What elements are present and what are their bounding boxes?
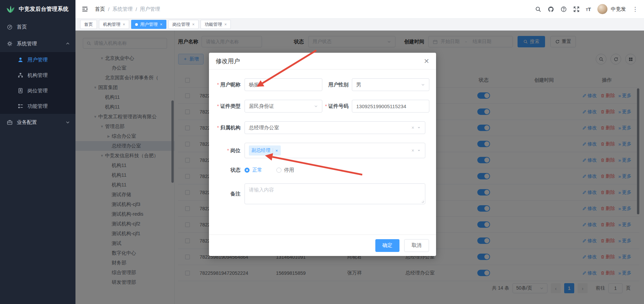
status-label: 状态 bbox=[216, 167, 245, 173]
tab-用户管理[interactable]: 用户管理× bbox=[131, 20, 166, 29]
sidebar: 中竞发后台管理系统 首页系统管理用户管理机构管理岗位管理功能管理业务配置 bbox=[0, 0, 75, 304]
chevron-down-icon bbox=[417, 126, 421, 130]
avatar[interactable] bbox=[597, 4, 607, 14]
tab-bar: 首页机构管理×用户管理×岗位管理×功能管理× bbox=[75, 18, 644, 31]
org-select[interactable]: 总经理办公室 × bbox=[245, 121, 425, 134]
chevron-down-icon bbox=[421, 83, 425, 87]
sidebar-item-label: 岗位管理 bbox=[28, 88, 70, 94]
submenu-system: 用户管理机构管理岗位管理功能管理 bbox=[0, 52, 75, 114]
sidebar-item-label: 系统管理 bbox=[17, 41, 65, 47]
tab-首页[interactable]: 首页 bbox=[80, 20, 97, 29]
fullscreen-icon[interactable] bbox=[573, 6, 580, 12]
close-tab-icon[interactable]: × bbox=[160, 22, 162, 27]
breadcrumb-home[interactable]: 首页 bbox=[95, 6, 105, 12]
dialog-header: 修改用户 ✕ bbox=[209, 53, 436, 70]
chevron-up-icon bbox=[65, 41, 70, 46]
tab-label: 用户管理 bbox=[140, 21, 158, 28]
tab-岗位管理[interactable]: 岗位管理× bbox=[168, 20, 199, 29]
breadcrumb-user[interactable]: 用户管理 bbox=[140, 6, 160, 12]
sidebar-item-岗位管理[interactable]: 岗位管理 bbox=[0, 83, 75, 98]
app-logo: 中竞发后台管理系统 bbox=[0, 0, 75, 18]
radio-off-icon bbox=[276, 168, 281, 173]
remove-tag-icon[interactable]: × bbox=[275, 148, 278, 153]
breadcrumb-system[interactable]: 系统管理 bbox=[112, 6, 132, 12]
confirm-button[interactable]: 确定 bbox=[375, 239, 399, 252]
nickname-label: 用户昵称 bbox=[216, 82, 245, 88]
question-icon[interactable] bbox=[560, 6, 567, 12]
org-tree-icon bbox=[17, 72, 23, 78]
dashboard-icon bbox=[7, 24, 13, 30]
cert-no-input[interactable] bbox=[352, 100, 429, 113]
edit-user-dialog: 修改用户 ✕ 用户昵称 用户性别 男 证件类型 居民 bbox=[209, 53, 436, 256]
top-header: 首页 / 系统管理 / 用户管理 TT 中竞发 ⋮ bbox=[75, 0, 644, 18]
sidebar-item-label: 用户管理 bbox=[28, 57, 70, 63]
cert-type-select[interactable]: 居民身份证 bbox=[245, 100, 322, 113]
chevron-down-icon bbox=[417, 148, 421, 153]
org-label: 归属机构 bbox=[216, 125, 245, 131]
sidebar-item-用户管理[interactable]: 用户管理 bbox=[0, 52, 75, 68]
gear-icon bbox=[7, 41, 13, 47]
close-tab-icon[interactable]: × bbox=[123, 22, 125, 27]
tab-label: 功能管理 bbox=[205, 21, 222, 28]
cert-type-label: 证件类型 bbox=[216, 103, 245, 110]
sidebar-item-机构管理[interactable]: 机构管理 bbox=[0, 68, 75, 83]
active-tab-dot bbox=[135, 23, 138, 26]
app-title: 中竞发后台管理系统 bbox=[19, 6, 69, 13]
post-tag: 副总经理 × bbox=[249, 145, 281, 156]
cert-no-label: 证件号码 bbox=[322, 103, 352, 110]
sidebar-item-label: 业务配置 bbox=[17, 119, 65, 126]
dialog-footer: 确定 取消 bbox=[209, 234, 436, 256]
side-menu: 首页系统管理用户管理机构管理岗位管理功能管理业务配置 bbox=[0, 18, 75, 131]
remark-label: 备注 bbox=[216, 191, 245, 197]
header-actions: TT 中竞发 ⋮ bbox=[535, 4, 638, 14]
gender-select[interactable]: 男 bbox=[352, 78, 429, 91]
close-icon[interactable]: ✕ bbox=[424, 58, 429, 64]
chevron-down-icon bbox=[314, 104, 318, 108]
tab-label: 首页 bbox=[84, 21, 93, 28]
cancel-button[interactable]: 取消 bbox=[404, 239, 429, 252]
clear-icon[interactable]: × bbox=[412, 148, 414, 153]
sidebar-item-系统管理[interactable]: 系统管理 bbox=[0, 35, 75, 52]
sidebar-item-label: 功能管理 bbox=[28, 103, 70, 110]
tab-label: 岗位管理 bbox=[172, 21, 190, 28]
close-tab-icon[interactable]: × bbox=[192, 22, 195, 27]
nickname-input[interactable] bbox=[245, 78, 322, 91]
dialog-title: 修改用户 bbox=[216, 57, 240, 65]
gender-label: 用户性别 bbox=[322, 82, 352, 88]
sidebar-item-label: 首页 bbox=[17, 24, 70, 30]
user-icon bbox=[17, 57, 23, 63]
post-multiselect[interactable]: 副总经理 × × bbox=[245, 143, 425, 158]
post-label: 岗位 bbox=[216, 147, 245, 154]
clear-icon[interactable]: × bbox=[412, 125, 414, 130]
font-size-icon[interactable]: TT bbox=[586, 6, 591, 12]
chevron-down-icon bbox=[65, 120, 70, 125]
status-radio-disabled[interactable]: 停用 bbox=[276, 167, 294, 173]
radio-on-icon bbox=[245, 168, 250, 173]
resize-grip-icon[interactable] bbox=[421, 200, 424, 203]
breadcrumb: 首页 / 系统管理 / 用户管理 bbox=[95, 6, 160, 12]
tab-功能管理[interactable]: 功能管理× bbox=[201, 20, 231, 29]
sidebar-item-功能管理[interactable]: 功能管理 bbox=[0, 98, 75, 114]
briefcase-icon bbox=[7, 119, 13, 125]
sidebar-item-label: 机构管理 bbox=[28, 72, 70, 79]
remark-textarea[interactable] bbox=[245, 183, 425, 204]
leaf-logo-icon bbox=[5, 4, 15, 14]
sidebar-item-首页[interactable]: 首页 bbox=[0, 18, 75, 35]
close-tab-icon[interactable]: × bbox=[224, 22, 227, 27]
sidebar-item-业务配置[interactable]: 业务配置 bbox=[0, 114, 75, 131]
list-tree-icon bbox=[17, 103, 23, 109]
header-user-name[interactable]: 中竞发 bbox=[611, 6, 626, 12]
status-radio-normal[interactable]: 正常 bbox=[245, 167, 262, 173]
badge-icon bbox=[17, 88, 23, 94]
collapse-sidebar-icon[interactable] bbox=[82, 6, 88, 12]
tab-机构管理[interactable]: 机构管理× bbox=[99, 20, 129, 29]
app-window: 中竞发后台管理系统 首页系统管理用户管理机构管理岗位管理功能管理业务配置 首页 … bbox=[0, 0, 644, 304]
kebab-menu-icon[interactable]: ⋮ bbox=[632, 6, 638, 12]
search-icon[interactable] bbox=[535, 6, 541, 12]
dialog-body: 用户昵称 用户性别 男 证件类型 居民身份证 bbox=[209, 70, 436, 234]
tab-label: 机构管理 bbox=[103, 21, 120, 28]
github-icon[interactable] bbox=[548, 6, 554, 12]
